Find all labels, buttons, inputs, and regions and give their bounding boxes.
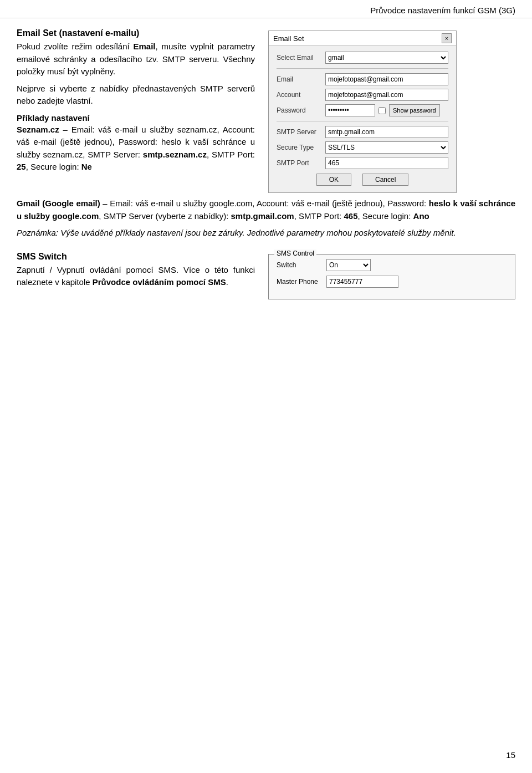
secure-type-label: Secure Type	[277, 144, 325, 151]
gmail-example: Gmail (Google email) – Email: váš e-mail…	[17, 197, 515, 222]
switch-dropdown[interactable]: On	[326, 259, 371, 271]
master-phone-input[interactable]	[326, 276, 398, 288]
sms-section: SMS Switch Zapnutí / Vypnutí ovládání po…	[0, 244, 532, 299]
dialog-separator-1	[277, 68, 448, 69]
smtp-port-row: SMTP Port	[277, 157, 448, 169]
sms-switch-heading: SMS Switch	[17, 252, 255, 262]
email-set-dialog: Email Set × Select Email gmail Email	[268, 30, 457, 193]
sms-control-box: SMS Control Switch On Master Phone	[268, 254, 515, 299]
select-email-dropdown[interactable]: gmail	[325, 52, 448, 64]
switch-label: Switch	[277, 261, 326, 269]
smtp-server-label: SMTP Server	[277, 128, 325, 136]
dialog-separator-2	[277, 121, 448, 121]
dialog-close-button[interactable]: ×	[442, 33, 452, 43]
right-column: Email Set × Select Email gmail Email	[268, 28, 515, 193]
seznam-example: Seznam.cz – Email: váš e-mail u služby s…	[17, 124, 255, 174]
smtp-port-input[interactable]	[325, 157, 448, 169]
show-password-checkbox[interactable]	[378, 107, 386, 114]
select-email-row: Select Email gmail	[277, 52, 448, 64]
left-column: Email Set (nastavení e-mailu) Pokud zvol…	[17, 28, 255, 193]
email-set-heading: Email Set (nastavení e-mailu)	[17, 28, 255, 38]
sms-left-col: SMS Switch Zapnutí / Vypnutí ovládání po…	[17, 252, 255, 293]
header-title: Průvodce nastavením funkcí GSM (3G)	[370, 6, 515, 15]
password-field-label: Password	[277, 106, 325, 114]
email-input[interactable]	[325, 73, 448, 85]
cancel-button[interactable]: Cancel	[362, 174, 408, 186]
account-row: Account	[277, 89, 448, 101]
secure-type-dropdown[interactable]: SSL/TLS	[325, 141, 448, 154]
sms-para: Zapnutí / Vypnutí ovládání pomocí SMS. V…	[17, 264, 255, 289]
email-set-para1: Pokud zvolíte režim odesílání Email, mus…	[17, 40, 255, 78]
select-email-label: Select Email	[277, 54, 325, 62]
password-input[interactable]	[325, 104, 375, 116]
dialog-titlebar: Email Set ×	[269, 31, 456, 46]
email-field-label: Email	[277, 75, 325, 83]
account-input[interactable]	[325, 89, 448, 101]
examples-title: Příklady nastavení	[17, 113, 255, 123]
page-number: 15	[506, 750, 515, 760]
password-row: Password Show password	[277, 104, 448, 116]
dialog-buttons: OK Cancel	[277, 174, 448, 186]
page-header: Průvodce nastavením funkcí GSM (3G)	[0, 0, 532, 18]
smtp-server-input[interactable]	[325, 126, 448, 138]
note-paragraph: Poznámka: Výše uváděné příklady nastaven…	[17, 227, 515, 240]
email-set-para2: Nejprve si vyberte z nabídky přednastave…	[17, 83, 255, 108]
master-phone-label: Master Phone	[277, 278, 326, 286]
main-content: Email Set (nastavení e-mailu) Pokud zvol…	[0, 18, 532, 193]
master-phone-row: Master Phone	[277, 276, 507, 288]
email-row: Email	[277, 73, 448, 85]
account-field-label: Account	[277, 91, 325, 99]
password-controls: Show password	[325, 104, 448, 116]
dialog-title: Email Set	[273, 34, 304, 43]
switch-row: Switch On	[277, 259, 507, 271]
ok-button[interactable]: OK	[316, 174, 351, 186]
sms-right-col: SMS Control Switch On Master Phone	[268, 252, 515, 299]
smtp-server-row: SMTP Server	[277, 126, 448, 138]
sms-control-title: SMS Control	[274, 250, 316, 257]
show-password-button[interactable]: Show password	[389, 104, 440, 116]
full-width-section: Gmail (Google email) – Email: váš e-mail…	[0, 197, 532, 240]
smtp-port-label: SMTP Port	[277, 159, 325, 167]
dialog-body: Select Email gmail Email Account	[269, 46, 456, 192]
secure-type-row: Secure Type SSL/TLS	[277, 141, 448, 154]
